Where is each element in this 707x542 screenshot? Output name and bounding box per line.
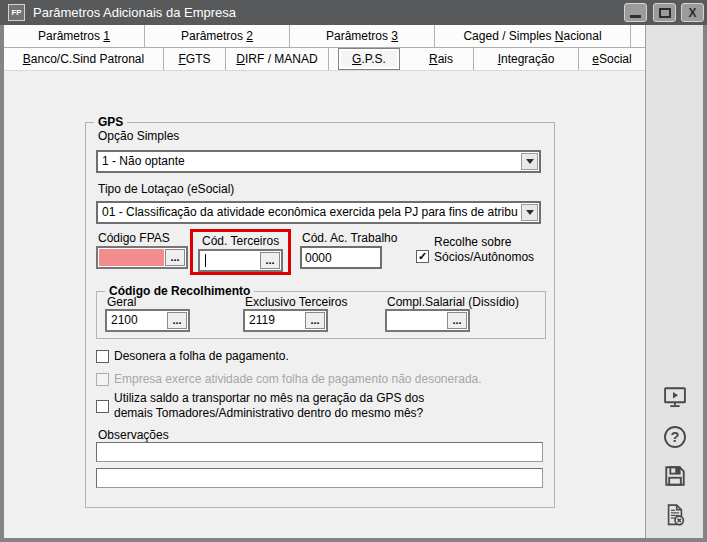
compl-salarial-label: Compl.Salarial (Dissídio) [387,295,519,309]
opcao-simples-label: Opção Simples [98,129,179,143]
tab-label: Parâmetros 3 [326,29,398,43]
utiliza-saldo-label: Utiliza saldo a transportar no mês na ge… [114,391,466,421]
cod-terceiros-highlight: Cód. Terceiros ... [190,229,291,275]
tab-row-2: Banco/C.Sind Patronal FGTS DIRF / MANAD … [4,48,645,71]
tipo-lotacao-value: 01 - Classificação da atividade econômic… [102,205,518,219]
tab-label: Parâmetros 2 [181,29,253,43]
video-player-icon [661,383,689,411]
observacoes-label: Observações [98,428,169,442]
maximize-icon [659,8,671,18]
chevron-down-icon [526,210,534,215]
save-button[interactable] [661,462,689,490]
empresa-exerce-checkbox [96,373,109,386]
tab-label: Integração [498,52,555,66]
video-player-button[interactable] [661,383,689,411]
dialog-parametros-adicionais: FP Parâmetros Adicionais da Empresa X Pa… [0,0,707,542]
tab-parametros-3[interactable]: Parâmetros 3 [290,25,435,47]
tab-esocial[interactable]: eSocial [579,48,645,70]
text-cursor [205,254,206,267]
tab-strip: Parâmetros 1 Parâmetros 2 Parâmetros 3 C… [4,25,645,71]
compl-salarial-lookup-button[interactable]: ... [447,312,467,329]
tipo-lotacao-combobox[interactable]: 01 - Classificação da atividade econômic… [96,201,541,224]
utiliza-saldo-checkbox[interactable] [96,400,109,413]
recolhe-socios-checkbox[interactable]: ✓ [416,250,429,263]
tab-fgts[interactable]: FGTS [164,48,226,70]
tab-parametros-1[interactable]: Parâmetros 1 [4,25,145,47]
gps-group-label: GPS [94,115,127,129]
codigo-fpas-input[interactable] [99,249,164,266]
tab-label: Banco/C.Sind Patronal [23,52,144,66]
tab-label: DIRF / MANAD [236,52,317,66]
desonera-label: Desonera a folha de pagamento. [114,349,289,364]
exclusivo-terceiros-field[interactable]: 2119 ... [243,309,328,332]
tab-row-1: Parâmetros 1 Parâmetros 2 Parâmetros 3 C… [4,25,645,48]
maximize-button[interactable] [653,3,676,22]
empresa-exerce-label: Empresa exerce atividade com folha de pa… [114,372,482,387]
dialog-body: Parâmetros 1 Parâmetros 2 Parâmetros 3 C… [4,25,703,538]
tab-label: eSocial [592,52,631,66]
check-mark-icon: ✓ [418,251,428,262]
tab-label: Rais [429,52,453,66]
save-icon [661,462,689,490]
cod-terceiros-label: Cód. Terceiros [202,234,279,248]
codigo-fpas-field[interactable]: ... [96,246,188,269]
tab-parametros-2[interactable]: Parâmetros 2 [145,25,290,47]
cod-ac-trabalho-label: Cód. Ac. Trabalho [302,231,397,245]
tab-banco-csind-patronal[interactable]: Banco/C.Sind Patronal [4,48,164,70]
tab-caged-simples-nacional[interactable]: Caged / Simples Nacional [435,25,631,47]
compl-salarial-field[interactable]: ... [385,309,470,332]
cod-ac-trabalho-input[interactable] [300,246,382,269]
close-icon: X [688,7,696,19]
geral-lookup-button[interactable]: ... [167,312,187,329]
codigo-recolhimento-groupbox: Código de Recolhimento Geral 2100 ... Ex… [96,291,546,339]
geral-value: 2100 [111,313,164,327]
tab-label: Parâmetros 1 [38,29,110,43]
codigo-fpas-label: Código FPAS [98,231,170,245]
titlebar[interactable]: FP Parâmetros Adicionais da Empresa X [0,0,707,25]
chevron-down-icon [526,159,534,164]
close-document-icon [661,501,689,529]
window-title: Parâmetros Adicionais da Empresa [33,5,236,20]
tipo-lotacao-label: Tipo de Lotaçao (eSocial) [98,182,234,196]
tab-dirf-manad[interactable]: DIRF / MANAD [226,48,329,70]
tipo-lotacao-dropdown-button[interactable] [521,204,538,221]
tab-label: FGTS [178,52,210,66]
minimize-icon [630,15,641,18]
svg-text:?: ? [671,429,680,445]
opcao-simples-dropdown-button[interactable] [521,153,538,170]
minimize-button[interactable] [624,3,647,22]
opcao-simples-combobox[interactable]: 1 - Não optante [96,150,541,173]
close-document-button[interactable] [661,501,689,529]
cod-terceiros-lookup-button[interactable]: ... [260,252,280,269]
app-icon: FP [8,4,25,21]
recolhe-socios-label: Recolhe sobre Sócios/Autônomos [434,235,552,265]
observacoes-input-1[interactable] [96,442,543,462]
side-toolbar: ? [645,25,703,538]
desonera-checkbox[interactable] [96,350,109,363]
opcao-simples-value: 1 - Não optante [102,154,518,168]
geral-label: Geral [107,295,136,309]
gps-groupbox: GPS Opção Simples 1 - Não optante Tipo d… [85,122,555,508]
cod-terceiros-field[interactable]: ... [198,249,283,272]
tab-integracao[interactable]: Integração [474,48,579,70]
tab-label: Caged / Simples Nacional [463,29,601,43]
help-icon: ? [661,423,689,451]
help-button[interactable]: ? [661,423,689,451]
tab-gps-container: G.P.S. [329,48,409,70]
geral-field[interactable]: 2100 ... [105,309,190,332]
close-button[interactable]: X [681,3,704,22]
exclusivo-terceiros-label: Exclusivo Terceiros [245,295,347,309]
codigo-fpas-lookup-button[interactable]: ... [165,249,185,266]
exclusivo-terceiros-value: 2119 [249,313,302,327]
tab-gps-selected[interactable]: G.P.S. [338,48,400,70]
tab-rais[interactable]: Rais [409,48,474,70]
exclusivo-terceiros-lookup-button[interactable]: ... [305,312,325,329]
observacoes-input-2[interactable] [96,468,543,488]
